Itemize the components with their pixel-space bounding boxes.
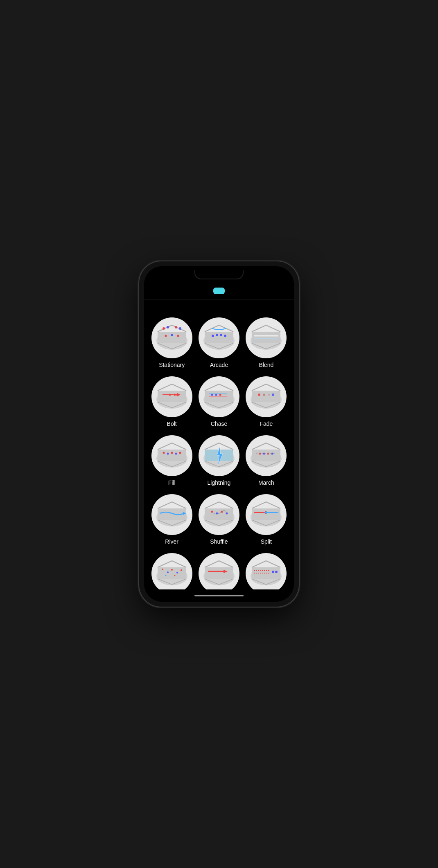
svg-point-61 [268,394,270,396]
svg-line-15 [205,325,219,332]
mode-icon-split [246,494,287,535]
svg-point-7 [167,326,169,328]
svg-point-70 [167,453,169,455]
svg-line-136 [219,561,233,567]
svg-line-145 [266,561,280,567]
mode-label-bolt: Bolt [167,421,177,427]
mode-label-fill: Fill [168,479,176,486]
svg-line-123 [172,561,186,567]
svg-point-6 [163,327,165,330]
mode-icon-bolt [151,376,192,417]
mode-item-split[interactable]: Split [243,491,290,548]
svg-line-56 [266,384,280,391]
svg-rect-83 [252,450,280,461]
mode-icon-fill [151,435,192,476]
svg-line-16 [219,325,233,332]
mode-label-blend: Blend [259,362,273,368]
close-button[interactable] [282,306,286,309]
mode-icon-march [246,435,287,476]
mode-item-takeover[interactable]: Takeover [243,550,290,589]
svg-line-85 [266,443,280,450]
modal-content: Stationary Arcade [144,299,294,589]
mode-item-fade[interactable]: Fade [243,373,290,430]
mode-item-stationary[interactable]: Stationary [148,314,195,371]
svg-line-112 [252,502,266,508]
mode-item-shuffle[interactable]: Shuffle [195,491,242,548]
mode-icon-streak [199,553,239,589]
mode-item-blend[interactable]: Blend [243,314,290,371]
phone-screen: Stationary Arcade [144,266,294,602]
svg-point-130 [181,569,182,571]
notch-bar [144,266,294,284]
mode-label-lightning: Lightning [208,479,231,486]
svg-line-96 [172,502,186,508]
mode-item-lightning[interactable]: Lightning [195,432,242,489]
mode-item-bolt[interactable]: Bolt [148,373,195,430]
mode-icon-blend [246,317,287,358]
svg-point-131 [165,575,166,576]
svg-point-20 [216,334,218,336]
svg-line-135 [205,561,219,567]
mode-icon-shuffle [199,494,239,535]
svg-point-8 [175,326,177,328]
select-zone-button[interactable] [213,288,225,294]
svg-line-144 [252,561,266,567]
svg-rect-32 [158,391,186,402]
svg-point-72 [175,453,177,455]
mode-label-march: March [258,479,274,486]
mode-item-chase[interactable]: Chase [195,373,242,430]
modes-grid: Stationary Arcade [148,313,290,589]
svg-point-21 [220,334,222,336]
mode-label-shuffle: Shuffle [210,538,228,545]
svg-line-33 [158,384,172,391]
mode-item-river[interactable]: River [148,491,195,548]
mode-icon-stationary [151,317,192,358]
svg-point-126 [162,569,163,570]
mode-icon-arcade [199,317,239,358]
svg-line-26 [266,325,280,332]
mode-label-fade: Fade [260,421,273,427]
mode-icon-sprinkle [151,553,192,589]
svg-point-151 [275,571,278,573]
svg-line-113 [266,502,280,508]
svg-line-77 [219,443,233,450]
svg-point-132 [174,575,175,576]
modal-header [148,299,290,313]
svg-line-66 [172,443,186,450]
svg-point-71 [171,452,173,454]
mode-item-arcade[interactable]: Arcade [195,314,242,371]
svg-rect-134 [205,567,233,579]
svg-line-102 [205,502,219,508]
svg-line-122 [158,561,172,567]
svg-point-127 [167,571,169,573]
mode-icon-chase [199,376,239,417]
svg-point-69 [163,452,165,454]
svg-line-44 [205,384,219,391]
svg-point-128 [171,569,173,571]
mode-label-river: River [165,538,178,545]
svg-point-129 [176,572,178,573]
mode-label-stationary: Stationary [159,362,185,368]
mode-item-march[interactable]: March [243,432,290,489]
svg-rect-54 [252,391,280,402]
app-header [144,284,294,299]
mode-label-arcade: Arcade [210,362,228,368]
svg-rect-111 [252,508,280,520]
svg-rect-1 [158,332,186,343]
svg-point-59 [258,394,260,396]
svg-point-73 [179,452,181,454]
mode-item-streak[interactable]: Streak [195,550,242,589]
svg-point-19 [212,335,214,337]
mode-label-split: Split [261,538,272,545]
svg-rect-101 [205,508,233,520]
svg-line-65 [158,443,172,450]
home-indicator [144,589,294,602]
svg-point-11 [171,334,173,336]
mode-item-sprinkle[interactable]: Sprinkle [148,550,195,589]
svg-line-55 [252,384,266,391]
svg-line-76 [205,443,219,450]
mode-icon-river [151,494,192,535]
mode-item-fill[interactable]: Fill [148,432,195,489]
svg-rect-24 [252,332,280,343]
mode-label-chase: Chase [211,421,227,427]
